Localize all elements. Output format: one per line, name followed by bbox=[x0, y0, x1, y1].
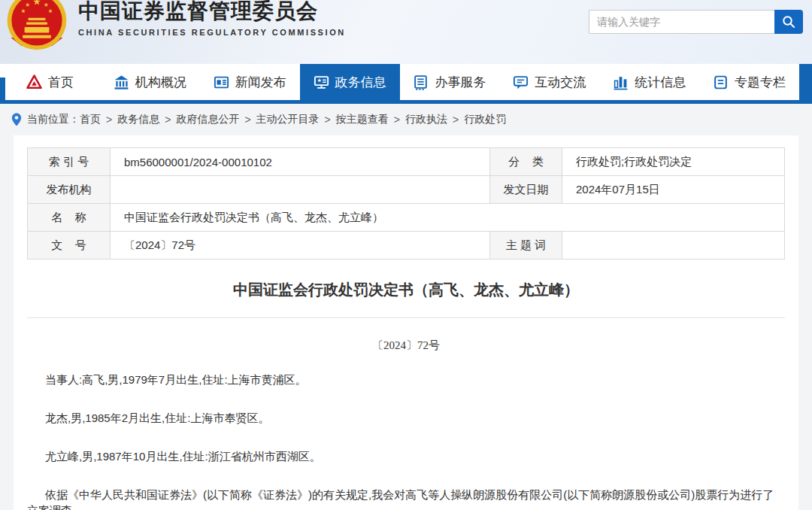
article-panel: 索 引 号 bm56000001/2024-00010102 分 类 行政处罚;… bbox=[14, 135, 798, 510]
nav-item-about[interactable]: 机构概况 bbox=[100, 64, 200, 100]
main-nav: 首页 机构概况 新闻发布 bbox=[0, 64, 812, 104]
nav-item-label: 办事服务 bbox=[435, 74, 486, 91]
paragraph: 龙杰,男,1985年2月出生,住址:上海市奉贤区。 bbox=[27, 410, 785, 426]
csrc-logo-icon bbox=[26, 74, 42, 90]
search-icon bbox=[781, 14, 796, 29]
breadcrumb-separator: > bbox=[453, 114, 459, 126]
meta-label-issuer: 发布机构 bbox=[28, 176, 111, 204]
brand-text: 中国证券监督管理委员会 CHINA SECURITIES REGULATORY … bbox=[78, 0, 346, 37]
meta-label-category: 分 类 bbox=[490, 148, 562, 176]
nav-item-label: 政务信息 bbox=[335, 74, 386, 91]
breadcrumb-item-gov-info[interactable]: 政务信息 bbox=[117, 113, 159, 126]
site-header: 中国证券监督管理委员会 CHINA SECURITIES REGULATORY … bbox=[0, 0, 812, 64]
meta-label-index: 索 引 号 bbox=[28, 148, 111, 176]
meta-value-category: 行政处罚;行政处罚决定 bbox=[562, 148, 785, 176]
meta-label-doc-number: 文 号 bbox=[28, 232, 111, 260]
breadcrumb-item-catalog[interactable]: 主动公开目录 bbox=[256, 113, 320, 126]
paragraph: 尤立峰,男,1987年10月出生,住址:浙江省杭州市西湖区。 bbox=[27, 448, 785, 464]
breadcrumb-item-penalty[interactable]: 行政处罚 bbox=[464, 113, 506, 126]
breadcrumb-separator: > bbox=[106, 114, 112, 126]
speech-bubble-icon bbox=[513, 74, 529, 90]
nav-item-label: 专题专栏 bbox=[735, 74, 786, 91]
table-row: 名 称 中国证监会行政处罚决定书（高飞、龙杰、尤立峰） bbox=[28, 204, 785, 232]
location-pin-icon bbox=[11, 113, 22, 126]
nav-item-statistics[interactable]: 统计信息 bbox=[599, 64, 699, 100]
meta-value-doc-number: 〔2024〕72号 bbox=[111, 232, 490, 260]
nav-item-label: 首页 bbox=[48, 74, 74, 91]
meta-label-name: 名 称 bbox=[28, 204, 111, 232]
nav-item-label: 互动交流 bbox=[535, 74, 586, 91]
document-number: 〔2024〕72号 bbox=[27, 338, 785, 353]
breadcrumb-separator: > bbox=[394, 114, 400, 126]
document-body: 当事人:高飞,男,1979年7月出生,住址:上海市黄浦区。 龙杰,男,1985年… bbox=[27, 372, 785, 510]
breadcrumb-item-disclosure[interactable]: 政府信息公开 bbox=[176, 113, 239, 126]
table-row: 文 号 〔2024〕72号 主 题 词 bbox=[28, 232, 785, 260]
table-row: 索 引 号 bm56000001/2024-00010102 分 类 行政处罚;… bbox=[28, 148, 785, 176]
bank-icon bbox=[114, 74, 129, 90]
document-icon bbox=[713, 74, 729, 90]
meta-value-keywords bbox=[562, 232, 785, 260]
content-area: 索 引 号 bm56000001/2024-00010102 分 类 行政处罚;… bbox=[0, 135, 812, 510]
title-divider bbox=[27, 317, 785, 318]
meta-label-issue-date: 发文日期 bbox=[490, 176, 562, 204]
meta-value-issue-date: 2024年07月15日 bbox=[562, 176, 785, 204]
newspaper-icon bbox=[214, 74, 229, 90]
breadcrumb-label: 当前位置： bbox=[27, 113, 80, 126]
paragraph: 当事人:高飞,男,1979年7月出生,住址:上海市黄浦区。 bbox=[27, 372, 785, 387]
national-emblem-logo bbox=[6, 0, 68, 51]
breadcrumb-separator: > bbox=[325, 114, 331, 126]
breadcrumb-item-home[interactable]: 首页 bbox=[80, 113, 101, 126]
breadcrumb-separator: > bbox=[244, 114, 250, 126]
breadcrumb: 当前位置： 首页 > 政务信息 > 政府信息公开 > 主动公开目录 > 按主题查… bbox=[0, 104, 812, 135]
nav-item-news[interactable]: 新闻发布 bbox=[200, 64, 300, 100]
nav-item-interaction[interactable]: 互动交流 bbox=[499, 64, 599, 100]
search-input[interactable] bbox=[589, 10, 774, 34]
meta-value-issuer bbox=[111, 176, 490, 204]
nav-item-gov-info[interactable]: 政务信息 bbox=[300, 64, 400, 100]
monitor-icon bbox=[314, 74, 329, 90]
meta-value-name: 中国证监会行政处罚决定书（高飞、龙杰、尤立峰） bbox=[111, 204, 785, 232]
nav-item-label: 统计信息 bbox=[635, 74, 686, 91]
breadcrumb-item-enforcement[interactable]: 行政执法 bbox=[405, 113, 447, 126]
nav-item-special-topics[interactable]: 专题专栏 bbox=[699, 64, 799, 100]
site-title: 中国证券监督管理委员会 bbox=[78, 0, 346, 24]
nav-item-label: 机构概况 bbox=[135, 74, 186, 91]
meta-value-index: bm56000001/2024-00010102 bbox=[111, 148, 490, 176]
nav-item-services[interactable]: 办事服务 bbox=[400, 64, 500, 100]
search-bar bbox=[589, 10, 803, 34]
bar-chart-icon bbox=[613, 74, 629, 90]
page-title: 中国证监会行政处罚决定书（高飞、龙杰、尤立峰） bbox=[27, 280, 785, 300]
paragraph: 依据《中华人民共和国证券法》(以下简称《证券法》)的有关规定,我会对高飞等人操纵… bbox=[27, 487, 785, 510]
breadcrumb-item-by-topic[interactable]: 按主题查看 bbox=[336, 113, 389, 126]
list-icon bbox=[413, 74, 429, 90]
document-meta-table: 索 引 号 bm56000001/2024-00010102 分 类 行政处罚;… bbox=[27, 147, 785, 260]
nav-right-accent bbox=[799, 64, 812, 100]
table-row: 发布机构 发文日期 2024年07月15日 bbox=[28, 176, 785, 204]
breadcrumb-separator: > bbox=[165, 114, 171, 126]
search-button[interactable] bbox=[774, 10, 803, 34]
nav-item-label: 新闻发布 bbox=[235, 74, 286, 91]
nav-item-home[interactable]: 首页 bbox=[0, 64, 100, 100]
meta-label-keywords: 主 题 词 bbox=[490, 232, 562, 260]
nav-left-accent bbox=[0, 77, 5, 100]
site-subtitle-en: CHINA SECURITIES REGULATORY COMMISSION bbox=[78, 28, 346, 37]
